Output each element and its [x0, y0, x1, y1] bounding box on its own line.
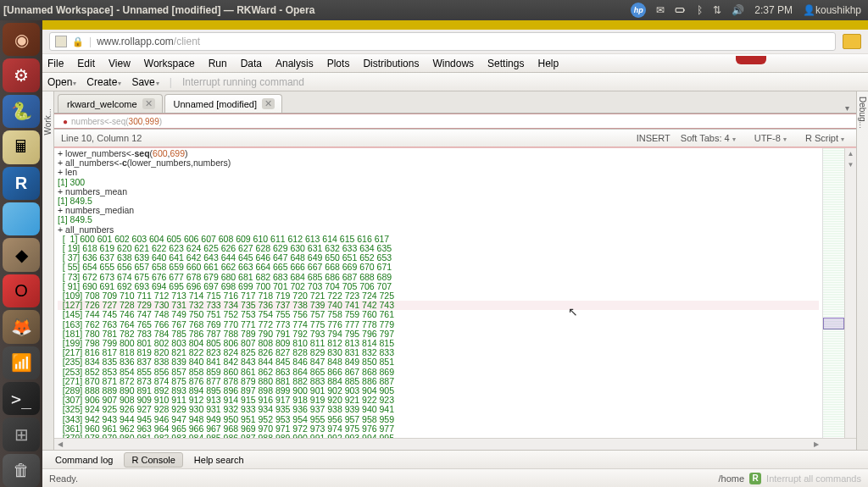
unity-launcher: ◉ ⚙ 🐍 🖩 R ◆ O 🦊 📶 >_ ⊞ 🗑: [0, 20, 42, 487]
embedded-frame-indicator: [736, 56, 766, 64]
svg-rect-1: [684, 9, 685, 11]
minimap-viewport[interactable]: [823, 318, 844, 329]
launcher-rkward[interactable]: R: [3, 167, 40, 200]
editor-area: + lower_numbers<-seq(600,699)+ all_numbe…: [54, 147, 856, 438]
tabbar: rkward_welcome✕ Unnamed [modified]✕ ▾: [54, 91, 856, 113]
url-divider: |: [89, 36, 92, 47]
save-button[interactable]: Save: [131, 76, 159, 88]
menu-plots[interactable]: Plots: [327, 58, 350, 69]
launcher-workspaces[interactable]: ⊞: [3, 418, 40, 451]
interrupt-all-button: Interrupt all commands: [766, 473, 861, 484]
site-badge-icon: [55, 36, 67, 47]
launcher-inkscape[interactable]: ◆: [3, 238, 40, 271]
menu-windows[interactable]: Windows: [432, 58, 474, 69]
close-icon[interactable]: ✕: [262, 98, 275, 109]
url-text: www.rollapp.com/client: [97, 36, 200, 47]
menu-help[interactable]: Help: [537, 58, 559, 69]
tab-list-button[interactable]: ▾: [842, 103, 853, 113]
encoding-select[interactable]: UTF-8: [749, 133, 792, 143]
create-button[interactable]: Create: [86, 76, 121, 88]
scroll-right-icon[interactable]: ▶: [810, 439, 822, 450]
debug-sidebar-handle[interactable]: Debug...: [856, 91, 868, 450]
function-selector[interactable]: ●numbers<-seq(300,999): [54, 113, 856, 129]
open-button[interactable]: Open: [47, 76, 76, 88]
opera-chrome-accent: [42, 20, 868, 30]
menu-data[interactable]: Data: [241, 58, 262, 69]
workspace-sidebar-handle[interactable]: Work...: [42, 91, 54, 450]
bluetooth-icon[interactable]: ᛒ: [697, 4, 703, 16]
code-editor[interactable]: + lower_numbers<-seq(600,699)+ all_numbe…: [54, 148, 822, 438]
desktop-top-panel: [Unnamed Workspace] - Unnamed [modified]…: [0, 0, 868, 20]
toolbar: Open Create Save | Interrupt running com…: [42, 73, 868, 91]
app-window: 🔒 | www.rollapp.com/client File Edit Vie…: [42, 20, 868, 487]
launcher-terminal[interactable]: >_: [3, 382, 40, 415]
editor-pane: rkward_welcome✕ Unnamed [modified]✕ ▾ ●n…: [54, 91, 856, 450]
tab-r-console[interactable]: R Console: [124, 452, 182, 468]
menu-view[interactable]: View: [108, 58, 131, 69]
launcher-app-blue[interactable]: [3, 202, 40, 235]
clock[interactable]: 2:37 PM: [754, 4, 793, 16]
insert-mode[interactable]: INSERT: [632, 133, 676, 143]
r-engine-status-icon[interactable]: R: [749, 473, 761, 484]
error-dot-icon: ●: [63, 117, 68, 126]
softtabs-select[interactable]: Soft Tabs: 4: [676, 133, 741, 143]
user-menu[interactable]: 👤 koushikhp: [803, 4, 861, 16]
network-icon[interactable]: ⇅: [713, 4, 721, 16]
status-text: Ready.: [49, 473, 78, 484]
hp-icon[interactable]: hp: [631, 3, 646, 18]
bottom-tabbar: Command log R Console Help search: [42, 450, 868, 468]
launcher-trash[interactable]: 🗑: [3, 454, 40, 487]
menu-analysis[interactable]: Analysis: [275, 58, 314, 69]
launcher-network[interactable]: 📶: [3, 346, 40, 379]
menu-distributions[interactable]: Distributions: [363, 58, 419, 69]
window-title: [Unnamed Workspace] - Unnamed [modified]…: [3, 4, 631, 16]
browser-address-bar: 🔒 | www.rollapp.com/client: [42, 30, 868, 54]
launcher-opera[interactable]: O: [3, 274, 40, 307]
menu-run[interactable]: Run: [209, 58, 227, 69]
launcher-python[interactable]: 🐍: [3, 95, 40, 128]
opera-speed-dial-button[interactable]: [843, 34, 861, 49]
launcher-calculator[interactable]: 🖩: [3, 130, 40, 163]
tab-help-search[interactable]: Help search: [186, 452, 252, 468]
battery-icon[interactable]: [675, 4, 687, 16]
cursor-position: Line 10, Column 12: [61, 133, 632, 143]
vertical-scrollbar[interactable]: ▲ ▼: [844, 148, 856, 438]
launcher-gimp[interactable]: 🦊: [3, 310, 40, 343]
interrupt-button: Interrupt running command: [182, 76, 304, 88]
menu-workspace[interactable]: Workspace: [144, 58, 195, 69]
language-select[interactable]: R Script: [800, 133, 849, 143]
footer-statusbar: Ready. /home R Interrupt all commands: [42, 468, 868, 487]
scroll-left-icon[interactable]: ◀: [54, 439, 66, 450]
mail-icon[interactable]: ✉: [656, 4, 665, 16]
tab-unnamed[interactable]: Unnamed [modified]✕: [164, 94, 282, 113]
tab-rkward-welcome[interactable]: rkward_welcome✕: [58, 94, 163, 113]
volume-icon[interactable]: 🔊: [732, 4, 744, 16]
horizontal-scrollbar[interactable]: ◀ ▶: [54, 438, 856, 450]
menubar: File Edit View Workspace Run Data Analys…: [42, 54, 868, 73]
launcher-settings[interactable]: ⚙: [3, 58, 40, 91]
scroll-down-icon[interactable]: ▼: [845, 159, 856, 170]
cwd-path: /home: [719, 473, 745, 484]
editor-statusbar: Line 10, Column 12 INSERT Soft Tabs: 4 U…: [54, 129, 856, 147]
content-area: Work... rkward_welcome✕ Unnamed [modifie…: [42, 91, 868, 450]
launcher-dash[interactable]: ◉: [3, 23, 40, 56]
svg-rect-0: [676, 8, 683, 13]
menu-settings[interactable]: Settings: [487, 58, 524, 69]
menu-file[interactable]: File: [47, 58, 64, 69]
scroll-up-icon[interactable]: ▲: [845, 148, 856, 159]
tab-command-log[interactable]: Command log: [47, 452, 120, 468]
close-icon[interactable]: ✕: [142, 98, 155, 109]
menu-edit[interactable]: Edit: [77, 58, 95, 69]
minimap[interactable]: [822, 148, 844, 438]
system-tray: hp ✉ ᛒ ⇅ 🔊 2:37 PM 👤 koushikhp: [631, 3, 861, 18]
lock-icon: 🔒: [72, 36, 84, 47]
url-field[interactable]: 🔒 | www.rollapp.com/client: [49, 32, 836, 51]
